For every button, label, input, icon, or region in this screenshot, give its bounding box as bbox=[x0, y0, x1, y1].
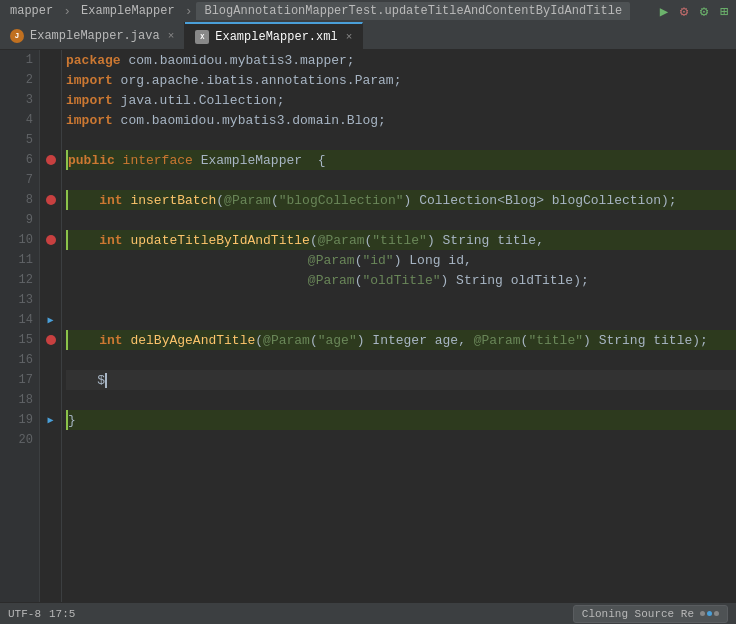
line-4: 4 bbox=[0, 110, 39, 130]
gutter-row-8 bbox=[40, 190, 61, 210]
status-file-info: UTF-8 bbox=[8, 608, 41, 620]
line-15: 15 bbox=[0, 330, 39, 350]
line-19: 19 bbox=[0, 410, 39, 430]
code-line-6: public interface ExampleMapper { bbox=[66, 150, 736, 170]
breakpoint-15[interactable] bbox=[46, 335, 56, 345]
line-18: 18 bbox=[0, 390, 39, 410]
run-button[interactable]: ▶ bbox=[656, 3, 672, 19]
line-3: 3 bbox=[0, 90, 39, 110]
code-line-18 bbox=[66, 390, 736, 410]
gutter-row-16 bbox=[40, 350, 61, 370]
gutter-row-2 bbox=[40, 70, 61, 90]
line-6: 6 bbox=[0, 150, 39, 170]
tab-xml[interactable]: X ExampleMapper.xml × bbox=[185, 22, 363, 49]
code-line-5 bbox=[66, 130, 736, 150]
code-line-7 bbox=[66, 170, 736, 190]
gutter-row-18 bbox=[40, 390, 61, 410]
tab-bar: J ExampleMapper.java × X ExampleMapper.x… bbox=[0, 22, 736, 50]
extra-button[interactable]: ⊞ bbox=[716, 3, 732, 19]
gutter-row-13 bbox=[40, 290, 61, 310]
code-line-12: @Param("oldTitle") String oldTitle); bbox=[66, 270, 736, 290]
line-numbers-gutter: 1 2 3 4 5 6 7 8 9 10 11 12 13 14 15 16 1… bbox=[0, 50, 40, 602]
code-line-15: int delByAgeAndTitle(@Param("age") Integ… bbox=[66, 330, 736, 350]
code-line-17[interactable]: $ bbox=[66, 370, 736, 390]
progress-dot-3 bbox=[714, 611, 719, 616]
settings-button[interactable]: ⚙ bbox=[696, 3, 712, 19]
status-right: Cloning Source Re bbox=[573, 605, 728, 623]
code-line-16 bbox=[66, 350, 736, 370]
tab-java-label: ExampleMapper.java bbox=[30, 29, 160, 43]
gutter-row-3 bbox=[40, 90, 61, 110]
cloning-label: Cloning Source Re bbox=[582, 608, 694, 620]
gutter-row-15 bbox=[40, 330, 61, 350]
tab-java-close[interactable]: × bbox=[168, 30, 175, 42]
line-8: 8 bbox=[0, 190, 39, 210]
code-line-11: @Param("id") Long id, bbox=[66, 250, 736, 270]
gutter-row-14: ▶ bbox=[40, 310, 61, 330]
code-line-4: import com.baomidou.mybatis3.domain.Blog… bbox=[66, 110, 736, 130]
code-line-3: import java.util.Collection; bbox=[66, 90, 736, 110]
gutter-row-9 bbox=[40, 210, 61, 230]
gutter-row-1 bbox=[40, 50, 61, 70]
progress-dot-1 bbox=[700, 611, 705, 616]
breakpoint-6[interactable] bbox=[46, 155, 56, 165]
line-10: 10 bbox=[0, 230, 39, 250]
xml-icon: X bbox=[195, 30, 209, 44]
breakpoint-8[interactable] bbox=[46, 195, 56, 205]
gutter-row-5 bbox=[40, 130, 61, 150]
progress-indicator bbox=[700, 611, 719, 616]
code-editor[interactable]: package com.baomidou.mybatis3.mapper; im… bbox=[62, 50, 736, 602]
code-line-10: int updateTitleByIdAndTitle(@Param("titl… bbox=[66, 230, 736, 250]
line-7: 7 bbox=[0, 170, 39, 190]
code-line-13 bbox=[66, 290, 736, 310]
code-line-20 bbox=[66, 430, 736, 450]
gutter-row-20 bbox=[40, 430, 61, 450]
arrow-14: ▶ bbox=[47, 314, 53, 326]
top-bar: mapper › ExampleMapper › BlogAnnotationM… bbox=[0, 0, 736, 22]
gutter-row-12 bbox=[40, 270, 61, 290]
breakpoint-10[interactable] bbox=[46, 235, 56, 245]
gutter-row-4 bbox=[40, 110, 61, 130]
line-2: 2 bbox=[0, 70, 39, 90]
line-11: 11 bbox=[0, 250, 39, 270]
gutter-row-11 bbox=[40, 250, 61, 270]
code-line-8: int insertBatch(@Param("blogCollection")… bbox=[66, 190, 736, 210]
gutter-row-19: ▶ bbox=[40, 410, 61, 430]
gutter-row-7 bbox=[40, 170, 61, 190]
line-5: 5 bbox=[0, 130, 39, 150]
tab-xml-label: ExampleMapper.xml bbox=[215, 30, 337, 44]
line-17: 17 bbox=[0, 370, 39, 390]
line-9: 9 bbox=[0, 210, 39, 230]
status-line-col: 17:5 bbox=[49, 608, 75, 620]
gutter-row-10 bbox=[40, 230, 61, 250]
gutter-row-6 bbox=[40, 150, 61, 170]
code-line-19: } bbox=[66, 410, 736, 430]
breakpoint-gutter: ▶ ▶ bbox=[40, 50, 62, 602]
nav-example-mapper[interactable]: ExampleMapper bbox=[75, 4, 181, 18]
nav-mapper[interactable]: mapper bbox=[4, 4, 59, 18]
status-bar: UTF-8 17:5 Cloning Source Re bbox=[0, 602, 736, 624]
nav-test-class[interactable]: BlogAnnotationMapperTest.updateTitleAndC… bbox=[196, 2, 630, 20]
debug-button[interactable]: ⚙ bbox=[676, 3, 692, 19]
code-line-2: import org.apache.ibatis.annotations.Par… bbox=[66, 70, 736, 90]
toolbar-run: ▶ ⚙ ⚙ ⊞ bbox=[656, 3, 732, 19]
line-12: 12 bbox=[0, 270, 39, 290]
gutter-row-17 bbox=[40, 370, 61, 390]
tab-java[interactable]: J ExampleMapper.java × bbox=[0, 22, 185, 49]
line-20: 20 bbox=[0, 430, 39, 450]
code-line-14 bbox=[66, 310, 736, 330]
progress-dot-2 bbox=[707, 611, 712, 616]
line-1: 1 bbox=[0, 50, 39, 70]
editor-container: 1 2 3 4 5 6 7 8 9 10 11 12 13 14 15 16 1… bbox=[0, 50, 736, 602]
code-line-9 bbox=[66, 210, 736, 230]
line-13: 13 bbox=[0, 290, 39, 310]
cloning-status-box: Cloning Source Re bbox=[573, 605, 728, 623]
code-line-1: package com.baomidou.mybatis3.mapper; bbox=[66, 50, 736, 70]
tab-xml-close[interactable]: × bbox=[346, 31, 353, 43]
line-14: 14 bbox=[0, 310, 39, 330]
line-16: 16 bbox=[0, 350, 39, 370]
arrow-19: ▶ bbox=[47, 414, 53, 426]
java-icon: J bbox=[10, 29, 24, 43]
